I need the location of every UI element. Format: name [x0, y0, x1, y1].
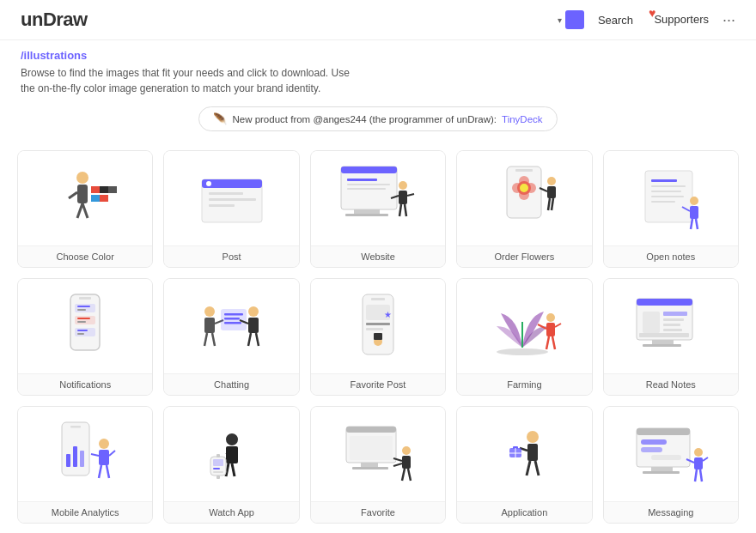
card-image-notifications	[18, 279, 152, 373]
supporters-link[interactable]: Supporters	[654, 13, 709, 26]
card-image-farming	[457, 279, 591, 373]
svg-point-89	[546, 313, 555, 322]
illustrations-link[interactable]: /illustrations	[21, 49, 735, 62]
card-favorite[interactable]: Favorite	[310, 406, 446, 524]
search-link[interactable]: Search	[598, 14, 633, 27]
svg-rect-103	[663, 329, 682, 331]
card-website[interactable]: Website	[310, 150, 446, 268]
svg-rect-46	[651, 191, 681, 192]
svg-rect-19	[354, 209, 380, 214]
svg-rect-57	[77, 306, 90, 307]
svg-point-16	[216, 179, 219, 183]
card-label-choose-color: Choose Color	[18, 245, 152, 267]
card-image-mobile-analytics	[18, 407, 152, 501]
card-image-favorite-post: ★	[311, 279, 445, 373]
card-open-notes[interactable]: Open notes	[603, 150, 739, 268]
svg-rect-64	[77, 333, 84, 335]
card-order-flowers[interactable]: Order Flowers	[456, 150, 592, 268]
card-mobile-analytics[interactable]: Mobile Analytics	[17, 406, 153, 524]
card-label-order-flowers: Order Flowers	[457, 245, 591, 267]
svg-rect-39	[547, 186, 556, 198]
card-messaging[interactable]: Messaging	[603, 406, 739, 524]
card-label-watch-app: Watch App	[164, 501, 298, 523]
svg-rect-139	[527, 444, 538, 461]
supporters-wrapper[interactable]: ♥ Supporters	[647, 13, 709, 27]
banner-link[interactable]: TinyDeck	[502, 114, 543, 124]
svg-line-140	[527, 461, 530, 475]
svg-rect-18	[341, 167, 397, 173]
svg-line-141	[535, 461, 539, 475]
svg-line-113	[107, 465, 109, 478]
svg-rect-47	[651, 196, 684, 197]
svg-line-157	[700, 469, 702, 482]
svg-rect-99	[643, 312, 660, 333]
card-post[interactable]: Post	[163, 150, 299, 268]
card-label-messaging: Messaging	[604, 501, 738, 523]
card-label-farming: Farming	[457, 373, 591, 395]
color-picker[interactable]: ▾	[558, 10, 584, 29]
svg-rect-71	[224, 313, 243, 316]
chevron-down-icon: ▾	[558, 15, 562, 25]
svg-rect-13	[209, 192, 243, 195]
svg-rect-48	[651, 201, 675, 203]
banner: 🪶 New product from @anges244 (the progra…	[198, 106, 557, 131]
svg-line-40	[548, 198, 550, 210]
banner-icon: 🪶	[213, 112, 227, 125]
svg-line-135	[408, 469, 411, 481]
svg-rect-96	[637, 299, 692, 306]
svg-line-67	[204, 333, 207, 346]
svg-rect-82	[366, 323, 390, 325]
svg-point-138	[527, 431, 539, 443]
svg-point-38	[547, 177, 556, 185]
svg-point-65	[204, 306, 215, 317]
card-notifications[interactable]: Notifications	[17, 278, 153, 396]
svg-rect-66	[204, 318, 215, 333]
svg-rect-25	[399, 191, 407, 204]
card-label-mobile-analytics: Mobile Analytics	[18, 501, 152, 523]
svg-rect-150	[643, 471, 680, 474]
svg-rect-121	[216, 454, 220, 457]
more-menu-icon[interactable]: ···	[722, 11, 735, 29]
svg-rect-107	[66, 454, 70, 467]
card-application[interactable]: Application	[456, 406, 592, 524]
svg-rect-125	[213, 471, 223, 473]
card-favorite-post[interactable]: ★ Favorite Post	[310, 278, 446, 396]
logo[interactable]: unDraw	[21, 9, 88, 31]
card-label-application: Application	[457, 501, 591, 523]
card-read-notes[interactable]: Read Notes	[603, 278, 739, 396]
card-image-watch-app	[164, 407, 298, 501]
card-chatting[interactable]: Chatting	[163, 278, 299, 396]
svg-rect-97	[652, 340, 674, 344]
svg-line-119	[232, 463, 235, 476]
svg-rect-8	[100, 195, 108, 202]
card-farming[interactable]: Farming	[456, 278, 592, 396]
svg-line-94	[555, 324, 561, 327]
card-image-chatting	[164, 279, 298, 373]
card-label-website: Website	[311, 245, 445, 267]
svg-rect-122	[216, 475, 220, 479]
svg-line-134	[402, 469, 405, 481]
card-label-post: Post	[164, 245, 298, 267]
card-choose-color[interactable]: Choose Color	[17, 150, 153, 268]
svg-point-87	[497, 348, 548, 355]
svg-line-29	[407, 194, 414, 196]
svg-rect-153	[651, 455, 681, 460]
subtitle-area: /illustrations Browse to find the images…	[0, 40, 756, 98]
svg-line-41	[552, 198, 553, 210]
svg-line-92	[552, 336, 555, 349]
svg-line-159	[703, 457, 708, 461]
svg-line-112	[99, 465, 101, 478]
svg-rect-14	[209, 198, 256, 201]
svg-rect-148	[637, 428, 690, 435]
svg-point-110	[99, 439, 109, 449]
svg-rect-23	[347, 188, 386, 190]
card-image-application	[457, 407, 591, 501]
svg-point-12	[206, 181, 211, 186]
card-label-chatting: Chatting	[164, 373, 298, 395]
color-swatch[interactable]	[565, 10, 584, 29]
svg-line-2	[77, 203, 82, 218]
card-label-open-notes: Open notes	[604, 245, 738, 267]
card-watch-app[interactable]: Watch App	[163, 406, 299, 524]
banner-text: New product from @anges244 (the programm…	[232, 114, 497, 124]
card-image-choose-color	[18, 151, 152, 245]
